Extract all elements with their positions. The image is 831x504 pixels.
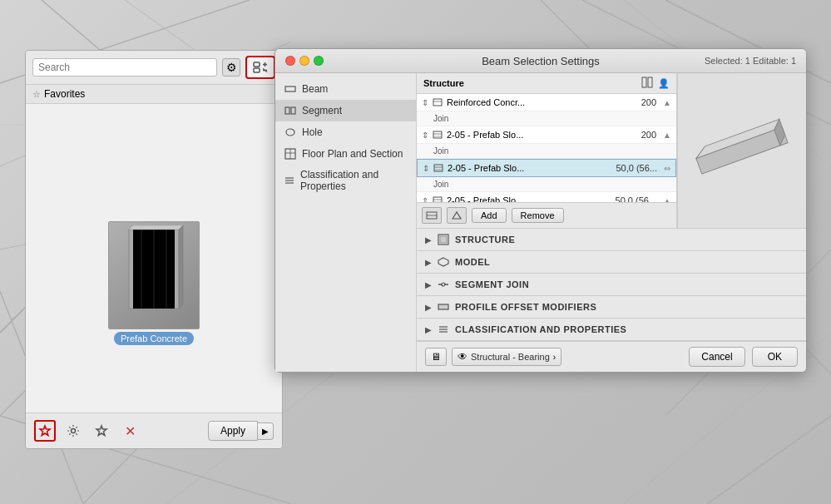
- section-model-label: MODEL: [455, 257, 490, 267]
- add-favorite-button[interactable]: [34, 420, 56, 442]
- structure-person-icon: 👤: [658, 78, 670, 89]
- row4-arrow: ⇕: [422, 196, 428, 203]
- element-browser-panel: ⚙ ☆ Favorites: [25, 50, 283, 449]
- navigate-button[interactable]: [245, 56, 275, 79]
- section-classification-arrow: ▶: [425, 325, 432, 334]
- ok-button[interactable]: OK: [752, 347, 798, 367]
- section-structure-icon: [437, 233, 450, 246]
- svg-rect-50: [434, 165, 443, 171]
- structure-column-icon: [641, 77, 653, 90]
- add-button[interactable]: Add: [472, 208, 507, 223]
- footer-left: 🖥 👁 Structural - Bearing ›: [425, 348, 561, 366]
- search-bar: ⚙: [26, 51, 282, 85]
- favorites-bar: ☆ Favorites: [26, 85, 282, 104]
- nav-item-beam[interactable]: Beam: [275, 78, 416, 100]
- nav-item-segment-label: Segment: [302, 105, 342, 116]
- svg-rect-45: [433, 99, 442, 106]
- structure-row-4[interactable]: ⇕ 2-05 - Prefab Slo... 50,0 (56... ▲: [417, 192, 676, 202]
- cancel-button[interactable]: Cancel: [689, 347, 744, 367]
- svg-point-32: [72, 429, 76, 433]
- delete-button[interactable]: ✕: [119, 420, 141, 442]
- row3-icon: [433, 162, 444, 174]
- section-segment-join-arrow: ▶: [425, 280, 432, 289]
- search-input[interactable]: [32, 58, 217, 77]
- remove-button[interactable]: Remove: [512, 208, 564, 223]
- row4-value: 50,0 (56...: [616, 195, 657, 202]
- section-model-arrow: ▶: [425, 258, 432, 267]
- dialog-nav: Beam Segment Hole Floor Plan and Section: [275, 73, 417, 372]
- section-classification-icon: [437, 323, 450, 336]
- segment-icon: [284, 104, 297, 117]
- row4-name: 2-05 - Prefab Slo...: [447, 195, 612, 202]
- row3-edit-icon: ⇔: [664, 164, 670, 173]
- minimize-button[interactable]: [299, 56, 309, 66]
- nav-item-hole[interactable]: Hole: [275, 121, 416, 143]
- nav-item-segment[interactable]: Segment: [275, 100, 416, 121]
- row4-icon: [432, 195, 443, 202]
- structure-header: Structure 👤: [417, 73, 676, 94]
- list-icon-btn-1[interactable]: [422, 207, 442, 224]
- section-segment-join[interactable]: ▶ SEGMENT JOIN: [417, 274, 806, 296]
- section-panels: ▶ STRUCTURE ▶ MODEL ▶: [417, 228, 806, 341]
- section-structure[interactable]: ▶ STRUCTURE: [417, 229, 806, 251]
- svg-rect-63: [440, 236, 447, 243]
- nav-item-hole-label: Hole: [302, 126, 323, 138]
- dialog-body: Beam Segment Hole Floor Plan and Section: [275, 73, 806, 372]
- settings-button[interactable]: [62, 420, 84, 442]
- section-profile-offset-icon: [437, 300, 450, 314]
- section-classification-props[interactable]: ▶ CLASSIFICATION AND PROPERTIES: [417, 319, 806, 341]
- svg-point-36: [286, 129, 294, 136]
- structure-subrow-2: Join: [417, 144, 676, 159]
- nav-item-classification[interactable]: Classification and Properties: [275, 165, 416, 196]
- structure-subrow-3: Join: [417, 177, 676, 192]
- close-button[interactable]: [285, 56, 295, 66]
- subrow1-label: Join: [433, 114, 448, 123]
- apply-dropdown-button[interactable]: ▶: [258, 422, 274, 440]
- structure-row-1[interactable]: ⇕ Reinforced Concr... 200 ▲: [417, 94, 676, 111]
- apply-button[interactable]: Apply: [208, 421, 258, 441]
- window-controls: [285, 56, 324, 66]
- svg-rect-43: [642, 77, 646, 87]
- element-preview: Prefab Concrete: [108, 221, 200, 329]
- apply-area: Apply ▶: [208, 421, 274, 441]
- eye-icon: 👁: [458, 351, 467, 363]
- row2-icon: [432, 129, 443, 141]
- nav-item-floor-plan[interactable]: Floor Plan and Section: [275, 143, 416, 165]
- bottom-toolbar: ✕ Apply ▶: [26, 413, 282, 448]
- star-icon: [95, 424, 108, 437]
- section-profile-offset-label: PROFILE OFFSET MODIFIERS: [455, 302, 596, 312]
- row2-edit-icon: ▲: [663, 131, 671, 140]
- dialog-title: Beam Selection Settings: [482, 55, 600, 67]
- structure-row-2[interactable]: ⇕ 2-05 - Prefab Slo... 200 ▲: [417, 126, 676, 144]
- settings-gear-button[interactable]: ⚙: [222, 58, 240, 77]
- dialog-content: Structure 👤 ⇕ Reinforce: [417, 73, 806, 372]
- svg-rect-68: [438, 304, 448, 309]
- section-profile-offset-arrow: ▶: [425, 303, 432, 312]
- dialog-footer: 🖥 👁 Structural - Bearing › Cancel OK: [417, 341, 806, 372]
- 3d-beam-preview: [688, 117, 796, 184]
- section-structure-arrow: ▶: [425, 235, 432, 245]
- footer-bearing-dropdown[interactable]: 👁 Structural - Bearing ›: [452, 348, 561, 366]
- svg-rect-34: [285, 107, 289, 114]
- structure-row-3[interactable]: ⇕ 2-05 - Prefab Slo... 50,0 (56... ⇔: [417, 159, 676, 177]
- row1-icon: [432, 96, 443, 108]
- section-model[interactable]: ▶ MODEL: [417, 251, 806, 274]
- nav-item-classification-label: Classification and Properties: [300, 169, 408, 192]
- star-button[interactable]: [91, 420, 112, 442]
- structure-area: Structure 👤 ⇕ Reinforce: [417, 73, 806, 228]
- svg-rect-33: [285, 86, 295, 91]
- list-icon-btn-2[interactable]: [447, 207, 467, 224]
- classification-icon: [284, 174, 295, 187]
- nav-item-floor-plan-label: Floor Plan and Section: [302, 148, 403, 160]
- section-model-icon: [437, 255, 450, 269]
- svg-marker-27: [129, 225, 183, 230]
- beam-selection-dialog: Beam Selection Settings Selected: 1 Edit…: [275, 48, 807, 373]
- section-profile-offset[interactable]: ▶ PROFILE OFFSET MODIFIERS: [417, 296, 806, 319]
- row3-value: 50,0 (56...: [616, 163, 657, 173]
- maximize-button[interactable]: [314, 56, 324, 66]
- svg-rect-20: [254, 62, 260, 67]
- footer-display-dropdown[interactable]: 🖥: [425, 348, 447, 366]
- list-controls: Add Remove: [417, 202, 676, 228]
- star-icon: ☆: [32, 89, 41, 100]
- structure-header-label: Structure: [423, 78, 464, 88]
